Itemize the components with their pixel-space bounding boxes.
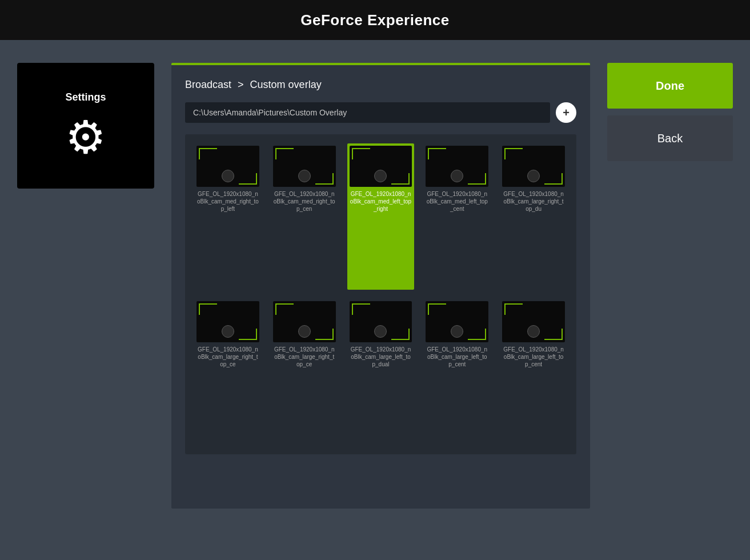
grid-item-label: GFE_OL_1920x1080_noBlk_cam_med_right_top… <box>196 190 259 213</box>
gear-icon: ⚙ <box>65 115 106 161</box>
thumbnail-5 <box>502 146 565 187</box>
thumb-cam-icon <box>222 325 234 338</box>
back-button[interactable]: Back <box>607 115 733 161</box>
breadcrumb-separator: > <box>238 79 244 90</box>
add-path-button[interactable]: + <box>556 102 576 123</box>
grid-item[interactable]: GFE_OL_1920x1080_noBlk_cam_large_right_t… <box>194 299 262 445</box>
thumbnail-8 <box>350 301 412 342</box>
thumbnail-3 <box>350 146 412 187</box>
breadcrumb-main: Broadcast <box>185 79 231 90</box>
grid-item[interactable]: GFE_OL_1920x1080_noBlk_cam_med_right_top… <box>194 143 262 290</box>
grid-item-label: GFE_OL_1920x1080_noBlk_cam_large_left_to… <box>350 346 412 368</box>
grid-item-label: GFE_OL_1920x1080_noBlk_cam_large_right_t… <box>196 346 259 368</box>
grid-item-label: GFE_OL_1920x1080_noBlk_cam_large_left_to… <box>426 346 488 368</box>
grid-item[interactable]: GFE_OL_1920x1080_noBlk_cam_large_left_to… <box>347 299 415 445</box>
thumb-cam-icon <box>298 325 311 338</box>
thumb-cam-icon <box>527 325 540 338</box>
breadcrumb: Broadcast > Custom overlay <box>185 79 576 91</box>
grid-item-label: GFE_OL_1920x1080_noBlk_cam_med_left_top_… <box>426 190 488 213</box>
image-grid: GFE_OL_1920x1080_noBlk_cam_med_right_top… <box>185 134 576 454</box>
grid-item-label: GFE_OL_1920x1080_noBlk_cam_large_left_to… <box>502 346 565 368</box>
filepath-row: + <box>185 102 576 123</box>
thumb-cam-icon <box>374 325 387 338</box>
breadcrumb-sub: Custom overlay <box>250 79 322 90</box>
thumbnail-4 <box>426 146 488 187</box>
thumbnail-10 <box>502 301 565 342</box>
thumb-cam-icon <box>222 170 234 182</box>
thumbnail-7 <box>273 301 336 342</box>
app-header: GeForce Experience <box>0 0 750 40</box>
settings-title: Settings <box>65 91 106 103</box>
grid-item[interactable]: GFE_OL_1920x1080_noBlk_cam_large_left_to… <box>423 299 491 445</box>
main-layout: Settings ⚙ Broadcast > Custom overlay + … <box>0 40 750 560</box>
thumb-cam-icon <box>374 170 387 182</box>
thumb-cam-icon <box>451 170 463 182</box>
grid-item-label: GFE_OL_1920x1080_noBlk_cam_med_left_top_… <box>350 190 412 213</box>
filepath-input[interactable] <box>185 102 550 123</box>
grid-item[interactable]: GFE_OL_1920x1080_noBlk_cam_large_right_t… <box>500 143 567 290</box>
thumbnail-6 <box>196 301 259 342</box>
grid-item-label: GFE_OL_1920x1080_noBlk_cam_large_right_t… <box>273 346 336 368</box>
app-title: GeForce Experience <box>300 11 449 29</box>
grid-item-label: GFE_OL_1920x1080_noBlk_cam_med_right_top… <box>273 190 336 213</box>
done-button[interactable]: Done <box>607 63 733 109</box>
grid-item-label: GFE_OL_1920x1080_noBlk_cam_large_right_t… <box>502 190 565 213</box>
thumbnail-2 <box>273 146 336 187</box>
grid-item[interactable]: GFE_OL_1920x1080_noBlk_cam_large_left_to… <box>500 299 567 445</box>
thumb-cam-icon <box>527 170 540 182</box>
grid-item[interactable]: GFE_OL_1920x1080_noBlk_cam_med_left_top_… <box>347 143 415 290</box>
grid-item[interactable]: GFE_OL_1920x1080_noBlk_cam_large_right_t… <box>271 299 338 445</box>
settings-panel: Settings ⚙ <box>17 63 154 189</box>
thumbnail-1 <box>196 146 259 187</box>
grid-item[interactable]: GFE_OL_1920x1080_noBlk_cam_med_right_top… <box>271 143 338 290</box>
grid-item[interactable]: GFE_OL_1920x1080_noBlk_cam_med_left_top_… <box>423 143 491 290</box>
thumb-cam-icon <box>451 325 463 338</box>
right-panel: Done Back <box>607 63 733 537</box>
thumbnail-9 <box>426 301 488 342</box>
center-panel: Broadcast > Custom overlay + GFE_OL_1920… <box>171 63 590 509</box>
thumb-cam-icon <box>298 170 311 182</box>
